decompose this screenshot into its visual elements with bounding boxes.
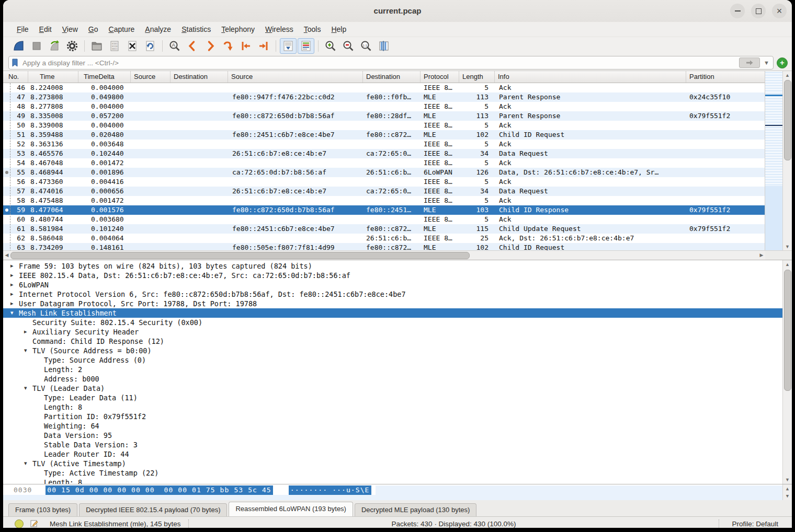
display-filter-input[interactable]: Apply a display filter ... <Ctrl-/> ▼ (8, 56, 774, 70)
auto-scroll-button[interactable] (280, 38, 297, 54)
expand-arrow-icon[interactable]: ▸ (10, 280, 14, 290)
start-capture-button[interactable] (10, 38, 27, 54)
scrollbar-thumb[interactable] (784, 270, 791, 391)
detail-line-20[interactable]: Leader Router ID: 44 (3, 449, 783, 459)
packet-row-46[interactable]: 468.2240080.004000IEEE 8…5Ack (3, 83, 765, 92)
stop-capture-button[interactable] (28, 38, 45, 54)
open-file-button[interactable] (88, 38, 105, 54)
detail-line-7[interactable]: ▸Auxiliary Security Header (3, 327, 783, 337)
detail-line-2[interactable]: ▸6LoWPAN (3, 280, 783, 290)
menu-telephony[interactable]: Telephony (216, 24, 260, 35)
column-header-source[interactable]: Source (228, 71, 363, 83)
expand-arrow-icon[interactable]: ▸ (10, 290, 14, 299)
go-back-button[interactable] (184, 38, 201, 54)
detail-line-14[interactable]: Type: Leader Data (11) (3, 393, 783, 402)
detail-line-6[interactable]: Security Suite: 802.15.4 Security (0x00) (3, 318, 783, 327)
detail-line-0[interactable]: ▸Frame 59: 103 bytes on wire (824 bits),… (3, 261, 783, 271)
expert-info-icon[interactable] (15, 519, 24, 528)
menu-capture[interactable]: Capture (104, 24, 140, 35)
packet-row-47[interactable]: 478.2738080.049800fe80::947f:f476:22bc:c… (3, 92, 765, 102)
profile-status[interactable]: Profile: Default (732, 520, 778, 528)
byte-tab-2[interactable]: Reassembled 6LoWPAN (193 bytes) (229, 502, 353, 516)
zoom-in-button[interactable] (322, 38, 339, 54)
packet-row-51[interactable]: 518.3594880.020480fe80::2451:c6b7:e8ce:4… (3, 130, 765, 140)
collapse-arrow-icon[interactable]: ▾ (24, 459, 27, 468)
close-button[interactable]: × (772, 4, 787, 18)
scroll-down-icon[interactable]: ▼ (783, 242, 792, 251)
packet-list-hscrollbar[interactable]: ◀ ▶ (3, 250, 765, 260)
byte-tab-3[interactable]: Decrypted MLE payload (130 bytes) (355, 503, 476, 516)
filter-dropdown-caret[interactable]: ▼ (762, 60, 771, 66)
hex-bytes-selected[interactable]: 00 15 0d 00 00 00 00 00 00 00 01 75 bb 5… (46, 485, 272, 495)
collapse-arrow-icon[interactable]: ▾ (24, 346, 27, 355)
packet-row-56[interactable]: 568.4733600.004416IEEE 8…5Ack (3, 177, 765, 187)
detail-line-1[interactable]: ▸IEEE 802.15.4 Data, Dst: 26:51:c6:b7:e8… (3, 271, 783, 280)
menu-edit[interactable]: Edit (34, 24, 57, 35)
scroll-left-icon[interactable]: ◀ (3, 251, 10, 260)
byte-tab-1[interactable]: Decrypted IEEE 802.15.4 payload (70 byte… (79, 503, 227, 516)
packet-row-58[interactable]: 588.4754880.001472IEEE 8…5Ack (3, 196, 765, 205)
column-header-source[interactable]: Source (131, 71, 171, 83)
restart-capture-button[interactable] (46, 38, 63, 54)
colorize-button[interactable] (298, 38, 314, 54)
expand-arrow-icon[interactable]: ▸ (10, 299, 14, 308)
column-header-destination[interactable]: Destination (363, 71, 421, 83)
save-file-button[interactable]: 010101100011 (106, 38, 123, 54)
packet-row-59[interactable]: 598.4770640.001576fe80::c872:650d:b7b8:5… (3, 205, 765, 215)
packet-row-62[interactable]: 628.5860480.00406426:51:c6:b…IEEE 8…25Ac… (3, 234, 765, 243)
packet-minimap[interactable] (765, 71, 783, 251)
detail-line-3[interactable]: ▸Internet Protocol Version 6, Src: fe80:… (3, 290, 783, 299)
collapse-arrow-icon[interactable]: ▾ (24, 384, 27, 393)
menu-statistics[interactable]: Statistics (176, 24, 216, 35)
menu-view[interactable]: View (57, 24, 83, 35)
detail-line-19[interactable]: Stable Data Version: 3 (3, 440, 783, 449)
packet-row-60[interactable]: 608.4807440.003680IEEE 8…5Ack (3, 215, 765, 224)
capture-comment-icon[interactable] (30, 519, 38, 528)
detail-line-13[interactable]: ▾TLV (Leader Data) (3, 384, 783, 393)
packet-row-53[interactable]: 538.4655760.10244026:51:c6:b7:e8:ce:4b:e… (3, 149, 765, 158)
hscrollbar-thumb[interactable] (10, 252, 470, 259)
scroll-down-icon[interactable]: ▼ (783, 476, 792, 484)
go-first-button[interactable] (237, 38, 254, 54)
minimize-button[interactable] (730, 4, 745, 18)
maximize-button[interactable] (751, 4, 766, 18)
column-header-no[interactable]: No. (3, 71, 28, 83)
column-header-protocol[interactable]: Protocol (421, 71, 459, 83)
detail-line-12[interactable]: Address: b000 (3, 374, 783, 384)
menu-analyze[interactable]: Analyze (140, 24, 176, 35)
menu-help[interactable]: Help (326, 24, 351, 35)
byte-tab-0[interactable]: Frame (103 bytes) (8, 503, 77, 516)
hex-ascii-selected[interactable]: ········ ···u·S\E (289, 485, 371, 495)
detail-line-15[interactable]: Length: 8 (3, 402, 783, 412)
detail-line-9[interactable]: ▾TLV (Source Address = b0:00) (3, 346, 783, 355)
filter-apply-button[interactable] (739, 57, 760, 68)
packet-row-61[interactable]: 618.5819840.101240fe80::2451:c6b7:e8ce:4… (3, 224, 765, 234)
close-file-button[interactable] (124, 38, 141, 54)
expand-arrow-icon[interactable]: ▸ (10, 261, 14, 271)
reload-file-button[interactable] (142, 38, 158, 54)
filter-add-button[interactable]: + (777, 57, 788, 68)
scroll-up-icon[interactable]: ▲ (783, 71, 792, 79)
packet-row-50[interactable]: 508.3390080.004000IEEE 8…5Ack (3, 121, 765, 130)
detail-line-4[interactable]: ▸User Datagram Protocol, Src Port: 19788… (3, 299, 783, 308)
column-header-time[interactable]: Time (28, 71, 78, 83)
column-header-length[interactable]: Length (459, 71, 495, 83)
packet-row-52[interactable]: 528.3631360.003648IEEE 8…5Ack (3, 140, 765, 149)
titlebar[interactable]: current.pcap × (3, 0, 792, 22)
bytes-scrollbar[interactable]: ▲ ▼ (782, 484, 792, 500)
column-header-partition[interactable]: Partition (686, 71, 765, 83)
detail-line-16[interactable]: Partition ID: 0x79f551f2 (3, 412, 783, 421)
scrollbar-thumb[interactable] (784, 80, 791, 160)
column-header-timedelta[interactable]: TimeDelta (78, 71, 131, 83)
packet-list-scrollbar[interactable]: ▲ ▼ (782, 71, 792, 251)
packet-bytes-pane[interactable]: 0030 00 15 0d 00 00 00 00 00 00 00 01 75… (3, 484, 792, 500)
detail-line-18[interactable]: Data Version: 95 (3, 431, 783, 440)
detail-line-5[interactable]: ▾Mesh Link Establishment (3, 308, 783, 318)
details-scrollbar[interactable]: ▲ ▼ (782, 260, 792, 484)
zoom-reset-button[interactable]: 1:1 (358, 38, 374, 54)
scroll-up-icon[interactable]: ▲ (783, 260, 792, 269)
go-forward-button[interactable] (202, 38, 219, 54)
detail-line-11[interactable]: Length: 2 (3, 365, 783, 374)
expand-arrow-icon[interactable]: ▸ (10, 271, 14, 280)
scroll-right-icon[interactable]: ▶ (758, 251, 765, 260)
